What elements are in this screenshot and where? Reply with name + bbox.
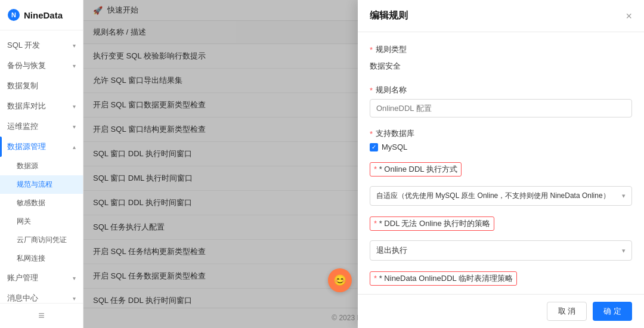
logo-area: N NineData: [0, 0, 83, 30]
online-ddl-section: * * Online DDL 执行方式 自适应（优先使用 MySQL 原生 On…: [370, 162, 632, 206]
ddl-strategy-section: * * DDL 无法 Online 执行时的策略 退出执行 ▾: [370, 216, 632, 261]
chevron-down-icon: ▾: [73, 103, 76, 110]
online-ddl-label: * * Online DDL 执行方式: [370, 162, 462, 177]
label-text: * NineData OnlineDDL 临时表清理策略: [379, 274, 513, 283]
sidebar-subitem-private-link[interactable]: 私网连接: [0, 249, 83, 268]
sidebar-subitem-gateway[interactable]: 网关: [0, 212, 83, 231]
sidebar-item-backup-restore[interactable]: 备份与恢复 ▾: [0, 55, 83, 76]
temp-table-section: * * NineData OnlineDDL 临时表清理策略 直接清理 ▾: [370, 271, 632, 294]
rule-type-value: 数据安全: [370, 58, 632, 74]
chevron-down-icon: ▾: [73, 275, 76, 281]
sidebar-subitem-datasource[interactable]: 数据源: [0, 157, 83, 175]
rule-type-section: * 规则类型 数据安全: [370, 44, 632, 74]
sidebar-subitem-rules-flows[interactable]: 规范与流程: [0, 175, 83, 194]
mysql-checkbox-row: MySQL: [370, 143, 632, 151]
sidebar-item-sql-dev[interactable]: SQL 开发 ▾: [0, 35, 83, 55]
chevron-down-icon: ▾: [622, 192, 626, 200]
menu-icon: ≡: [38, 310, 45, 322]
mysql-label: MySQL: [382, 143, 407, 151]
rule-name-section: * 规则名称: [370, 85, 632, 117]
chevron-down-icon: ▾: [73, 42, 76, 49]
sidebar: N NineData SQL 开发 ▾ 备份与恢复 ▾ 数据复制 数据库对比 ▾…: [0, 0, 83, 328]
online-ddl-value: 自适应（优先使用 MySQL 原生 Online，不支持则使用 NineData…: [376, 191, 610, 201]
sidebar-item-account-mgmt[interactable]: 账户管理 ▾: [0, 268, 83, 288]
sidebar-item-label: 备份与恢复: [7, 60, 46, 71]
confirm-button[interactable]: 确 定: [593, 302, 632, 321]
rule-name-input[interactable]: [370, 99, 632, 117]
modal-body: * 规则类型 数据安全 * 规则名称 *: [358, 32, 644, 294]
main-content: 🚀 快速开始 规则名称 / 描述 规则类型 操作 执行变更 SQL 校验影响行数…: [83, 0, 644, 328]
sidebar-item-datasource-mgmt[interactable]: 数据源管理 ▴: [0, 137, 83, 157]
sidebar-subitem-label: 私网连接: [17, 254, 45, 262]
sidebar-subitem-label: 规范与流程: [17, 180, 52, 188]
logo-text: NineData: [24, 10, 63, 20]
sidebar-item-label: SQL 开发: [7, 40, 40, 51]
sidebar-item-notification-center[interactable]: 消息中心 ▾: [0, 288, 83, 303]
sidebar-item-label: 消息中心: [7, 293, 38, 303]
svg-text:N: N: [11, 11, 16, 18]
chevron-down-icon: ▾: [73, 123, 76, 130]
sidebar-item-label: 数据复制: [7, 81, 38, 91]
avatar-icon: 😊: [333, 274, 346, 287]
label-text: * Online DDL 执行方式: [379, 165, 457, 174]
avatar[interactable]: 😊: [328, 268, 352, 292]
chevron-down-icon: ▾: [73, 63, 76, 69]
ddl-strategy-value: 退出执行: [376, 245, 407, 256]
ddl-strategy-label: * * DDL 无法 Online 执行时的策略: [370, 216, 494, 231]
modal-footer: 取 消 确 定: [358, 294, 644, 328]
sidebar-bottom: ≡: [0, 303, 83, 328]
close-icon[interactable]: ×: [626, 11, 632, 21]
avatar-bubble: 😊: [328, 268, 352, 292]
rule-name-label: * 规则名称: [370, 85, 632, 95]
online-ddl-select[interactable]: 自适应（优先使用 MySQL 原生 Online，不支持则使用 NineData…: [370, 186, 632, 206]
sidebar-item-label: 账户管理: [7, 273, 38, 283]
sidebar-item-db-compare[interactable]: 数据库对比 ▾: [0, 96, 83, 116]
ninedata-logo-icon: N: [7, 8, 20, 21]
sidebar-item-label: 运维监控: [7, 121, 38, 132]
sidebar-item-label: 数据源管理: [7, 141, 46, 152]
sidebar-subitem-label: 数据源: [17, 162, 38, 170]
mysql-checkbox[interactable]: [370, 143, 378, 151]
supported-db-label: * 支持数据库: [370, 128, 632, 139]
label-text: * DDL 无法 Online 执行时的策略: [379, 219, 491, 228]
sidebar-subitem-label: 云厂商访问凭证: [17, 236, 67, 244]
sidebar-nav: SQL 开发 ▾ 备份与恢复 ▾ 数据复制 数据库对比 ▾ 运维监控 ▾ 数据源…: [0, 30, 83, 303]
chevron-up-icon: ▴: [73, 144, 76, 150]
sidebar-subitem-label: 敏感数据: [17, 199, 45, 207]
label-text: 支持数据库: [376, 128, 414, 139]
label-text: 规则类型: [376, 44, 407, 55]
label-text: 规则名称: [376, 85, 407, 95]
modal-title: 编辑规则: [370, 10, 408, 22]
rule-type-label: * 规则类型: [370, 44, 632, 55]
modal-header: 编辑规则 ×: [358, 0, 644, 32]
sidebar-subitem-label: 网关: [17, 217, 31, 225]
sidebar-subitem-cloud-access[interactable]: 云厂商访问凭证: [0, 231, 83, 249]
sidebar-subitem-sensitive-data[interactable]: 敏感数据: [0, 194, 83, 212]
sidebar-item-label: 数据库对比: [7, 101, 46, 112]
ddl-strategy-select[interactable]: 退出执行 ▾: [370, 240, 632, 261]
sidebar-item-ops-monitor[interactable]: 运维监控 ▾: [0, 116, 83, 137]
sidebar-item-data-replication[interactable]: 数据复制: [0, 76, 83, 96]
supported-db-section: * 支持数据库 MySQL: [370, 128, 632, 151]
cancel-button[interactable]: 取 消: [547, 302, 587, 321]
chevron-down-icon: ▾: [622, 247, 626, 255]
edit-rule-modal: 编辑规则 × * 规则类型 数据安全 * 规则名称: [358, 0, 644, 328]
modal-overlay: 编辑规则 × * 规则类型 数据安全 * 规则名称: [83, 0, 644, 328]
chevron-down-icon: ▾: [73, 295, 76, 302]
temp-table-label: * * NineData OnlineDDL 临时表清理策略: [370, 271, 517, 286]
